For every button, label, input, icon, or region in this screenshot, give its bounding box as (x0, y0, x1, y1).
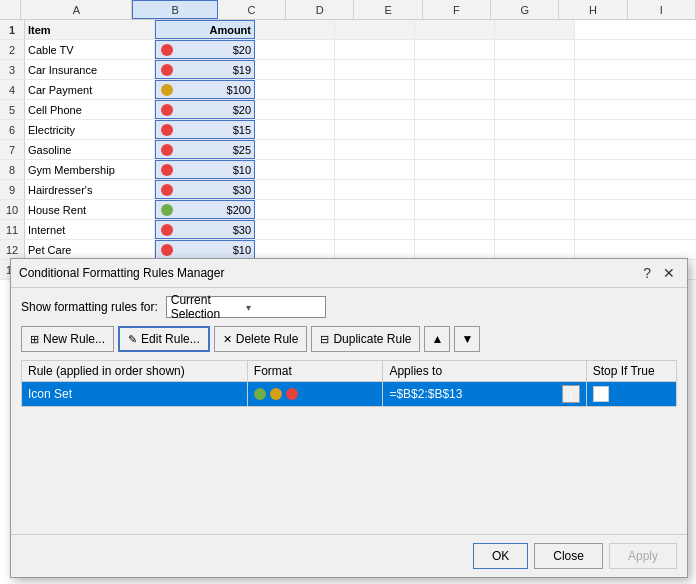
cell-9b[interactable]: $30 (155, 180, 255, 199)
cell-4b[interactable]: $100 (155, 80, 255, 99)
cell-6f[interactable] (495, 120, 575, 139)
col-header-h[interactable]: H (559, 0, 627, 19)
cell-5e[interactable] (415, 100, 495, 119)
cell-6d[interactable] (335, 120, 415, 139)
cell-11f[interactable] (495, 220, 575, 239)
col-header-g[interactable]: G (491, 0, 559, 19)
cell-12e[interactable] (415, 240, 495, 259)
cell-8a[interactable]: Gym Membership (25, 160, 155, 179)
cell-10f[interactable] (495, 200, 575, 219)
cell-4a[interactable]: Car Payment (25, 80, 155, 99)
table-row[interactable]: Icon Set =$B$2:$B$13 ↑ (22, 382, 677, 407)
duplicate-rule-button[interactable]: ⊟ Duplicate Rule (311, 326, 420, 352)
cell-12d[interactable] (335, 240, 415, 259)
close-button[interactable]: Close (534, 543, 603, 569)
table-row[interactable]: 8 Gym Membership $10 (0, 160, 696, 180)
cell-2f[interactable] (495, 40, 575, 59)
cell-9a[interactable]: Hairdresser's (25, 180, 155, 199)
table-row[interactable]: 9 Hairdresser's $30 (0, 180, 696, 200)
cell-1e[interactable] (415, 20, 495, 39)
cell-10b[interactable]: $200 (155, 200, 255, 219)
cell-2a[interactable]: Cable TV (25, 40, 155, 59)
cell-4f[interactable] (495, 80, 575, 99)
cell-7c[interactable] (255, 140, 335, 159)
cell-7d[interactable] (335, 140, 415, 159)
show-rules-dropdown[interactable]: Current Selection ▾ (166, 296, 326, 318)
cell-5a[interactable]: Cell Phone (25, 100, 155, 119)
cell-11a[interactable]: Internet (25, 220, 155, 239)
cell-3c[interactable] (255, 60, 335, 79)
table-row[interactable]: 11 Internet $30 (0, 220, 696, 240)
cell-9d[interactable] (335, 180, 415, 199)
cell-3a[interactable]: Car Insurance (25, 60, 155, 79)
cell-12a[interactable]: Pet Care (25, 240, 155, 259)
cell-5d[interactable] (335, 100, 415, 119)
cell-3d[interactable] (335, 60, 415, 79)
cell-1d[interactable] (335, 20, 415, 39)
stop-if-true-checkbox[interactable] (593, 386, 609, 402)
col-header-i[interactable]: I (628, 0, 696, 19)
cell-8b[interactable]: $10 (155, 160, 255, 179)
close-icon[interactable]: ✕ (659, 265, 679, 281)
cell-10e[interactable] (415, 200, 495, 219)
col-header-c[interactable]: C (218, 0, 286, 19)
cell-1a[interactable]: Item (25, 20, 155, 39)
table-row[interactable]: 6 Electricity $15 (0, 120, 696, 140)
cell-11e[interactable] (415, 220, 495, 239)
col-header-f[interactable]: F (423, 0, 491, 19)
cell-7e[interactable] (415, 140, 495, 159)
cell-4d[interactable] (335, 80, 415, 99)
new-rule-button[interactable]: ⊞ New Rule... (21, 326, 114, 352)
cell-6a[interactable]: Electricity (25, 120, 155, 139)
table-row[interactable]: 4 Car Payment $100 (0, 80, 696, 100)
move-up-button[interactable]: ▲ (424, 326, 450, 352)
cell-1f[interactable] (495, 20, 575, 39)
cell-9c[interactable] (255, 180, 335, 199)
collapse-range-button[interactable]: ↑ (562, 385, 580, 403)
table-row[interactable]: 12 Pet Care $10 (0, 240, 696, 260)
cell-11b[interactable]: $30 (155, 220, 255, 239)
cell-6b[interactable]: $15 (155, 120, 255, 139)
cell-8e[interactable] (415, 160, 495, 179)
cell-3f[interactable] (495, 60, 575, 79)
cell-6c[interactable] (255, 120, 335, 139)
edit-rule-button[interactable]: ✎ Edit Rule... (118, 326, 210, 352)
col-header-b[interactable]: B (132, 0, 218, 19)
table-row[interactable]: 10 House Rent $200 (0, 200, 696, 220)
cell-3e[interactable] (415, 60, 495, 79)
cell-11c[interactable] (255, 220, 335, 239)
cell-10a[interactable]: House Rent (25, 200, 155, 219)
table-row[interactable]: 7 Gasoline $25 (0, 140, 696, 160)
apply-button[interactable]: Apply (609, 543, 677, 569)
cell-6e[interactable] (415, 120, 495, 139)
cell-10c[interactable] (255, 200, 335, 219)
table-row[interactable]: 2 Cable TV $20 (0, 40, 696, 60)
cell-3b[interactable]: $19 (155, 60, 255, 79)
table-row[interactable]: 3 Car Insurance $19 (0, 60, 696, 80)
delete-rule-button[interactable]: ✕ Delete Rule (214, 326, 308, 352)
cell-8f[interactable] (495, 160, 575, 179)
cell-4e[interactable] (415, 80, 495, 99)
cell-1c[interactable] (255, 20, 335, 39)
cell-8c[interactable] (255, 160, 335, 179)
help-button[interactable]: ? (639, 265, 655, 281)
cell-7f[interactable] (495, 140, 575, 159)
col-header-d[interactable]: D (286, 0, 354, 19)
cell-7b[interactable]: $25 (155, 140, 255, 159)
cell-5c[interactable] (255, 100, 335, 119)
cell-5b[interactable]: $20 (155, 100, 255, 119)
cell-8d[interactable] (335, 160, 415, 179)
cell-12c[interactable] (255, 240, 335, 259)
col-header-a[interactable]: A (21, 0, 132, 19)
cell-10d[interactable] (335, 200, 415, 219)
move-down-button[interactable]: ▼ (454, 326, 480, 352)
cell-2d[interactable] (335, 40, 415, 59)
table-row[interactable]: 5 Cell Phone $20 (0, 100, 696, 120)
cell-1b[interactable]: Amount (155, 20, 255, 39)
cell-5f[interactable] (495, 100, 575, 119)
cell-12b[interactable]: $10 (155, 240, 255, 259)
cell-2c[interactable] (255, 40, 335, 59)
cell-2b[interactable]: $20 (155, 40, 255, 59)
cell-11d[interactable] (335, 220, 415, 239)
cell-9f[interactable] (495, 180, 575, 199)
